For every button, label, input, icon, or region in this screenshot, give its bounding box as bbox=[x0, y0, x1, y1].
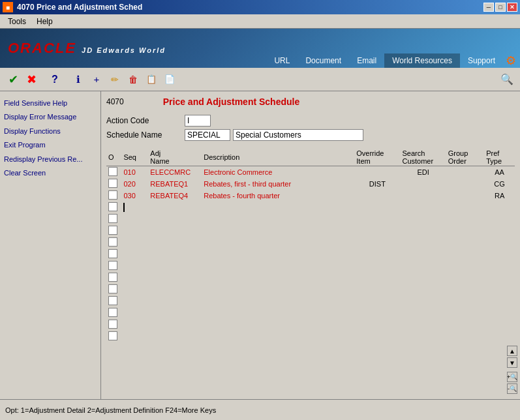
edit-button[interactable]: ✏ bbox=[107, 72, 123, 87]
copy-button[interactable]: 📋 bbox=[144, 72, 159, 87]
schedule-name-label: Schedule Name bbox=[106, 130, 185, 140]
empty-checkbox-11[interactable] bbox=[108, 331, 117, 340]
form-area: 4070 Price and Adjustment Schedule Actio… bbox=[101, 91, 520, 399]
nav-world-resources[interactable]: World Resources bbox=[384, 53, 460, 68]
paste-button[interactable]: 📄 bbox=[162, 72, 177, 87]
table-row: 010 ELECCMRC Electronic Commerce EDI AA bbox=[106, 166, 515, 179]
nav-url[interactable]: URL bbox=[266, 53, 298, 68]
empty-checkbox-8[interactable] bbox=[108, 296, 117, 305]
empty-checkbox-6[interactable] bbox=[108, 273, 117, 282]
form-title: Price and Adjustment Schedule bbox=[163, 97, 300, 107]
override-val: DIST bbox=[354, 178, 400, 190]
sidebar-item-display-error-message[interactable]: Display Error Message bbox=[3, 110, 98, 124]
header-nav: URL Document Email World Resources Suppo… bbox=[266, 53, 520, 68]
main-content: Field Sensitive Help Display Error Messa… bbox=[0, 91, 520, 399]
cancel-button[interactable]: ✖ bbox=[23, 72, 39, 87]
oracle-logo: ORACLE JD Edwards World bbox=[8, 40, 166, 57]
empty-checkbox-3[interactable] bbox=[108, 237, 117, 247]
maximize-button[interactable]: □ bbox=[495, 3, 506, 12]
close-button[interactable]: ✕ bbox=[507, 3, 517, 12]
action-code-input[interactable] bbox=[185, 115, 211, 127]
window-controls: ─ □ ✕ bbox=[483, 3, 517, 12]
schedule-name-code-input[interactable] bbox=[185, 129, 230, 141]
sidebar-item-field-sensitive-help[interactable]: Field Sensitive Help bbox=[3, 97, 98, 110]
group-val bbox=[446, 178, 485, 190]
nav-support[interactable]: Support bbox=[460, 53, 503, 68]
sidebar-item-display-functions[interactable]: Display Functions bbox=[3, 125, 98, 138]
sidebar-item-exit-program[interactable]: Exit Program bbox=[3, 138, 98, 152]
desc-val: Rebates, first - third quarter bbox=[204, 180, 291, 188]
empty-table-row bbox=[106, 225, 515, 237]
table-area: O Seq AdjName Description OverrideItem S… bbox=[106, 149, 515, 342]
col-header-group-order: GroupOrder bbox=[446, 149, 485, 166]
menu-help[interactable]: Help bbox=[31, 16, 58, 27]
scroll-area: ▲ ▼ +🔍 -🔍 bbox=[507, 346, 517, 394]
status-bar: Opt: 1=Adjustment Detail 2=Adjustment De… bbox=[0, 399, 520, 420]
sidebar-item-clear-screen[interactable]: Clear Screen bbox=[3, 166, 98, 180]
empty-table-row bbox=[106, 202, 515, 213]
data-table: O Seq AdjName Description OverrideItem S… bbox=[106, 149, 515, 342]
empty-checkbox-4[interactable] bbox=[108, 249, 117, 258]
empty-table-row bbox=[106, 260, 515, 272]
empty-table-row bbox=[106, 295, 515, 307]
col-header-adj-name: AdjName bbox=[148, 149, 202, 166]
pref-val: RA bbox=[484, 190, 515, 202]
scroll-up-button[interactable]: ▲ bbox=[507, 346, 517, 356]
search-button[interactable]: 🔍 bbox=[499, 72, 515, 87]
menu-bar: Tools Help bbox=[0, 14, 520, 29]
zoom-out-button[interactable]: -🔍 bbox=[507, 383, 517, 394]
confirm-button[interactable]: ✔ bbox=[5, 72, 21, 87]
group-val bbox=[446, 166, 485, 179]
sidebar-item-redisplay-previous[interactable]: Redisplay Previous Re... bbox=[3, 153, 98, 166]
action-code-label: Action Code bbox=[106, 116, 185, 125]
row-checkbox-1[interactable] bbox=[108, 179, 117, 188]
override-val bbox=[354, 190, 400, 202]
add-button[interactable]: + bbox=[89, 72, 104, 87]
seq-val: 010 bbox=[123, 168, 135, 176]
empty-checkbox-2[interactable] bbox=[108, 226, 117, 235]
name-val: ELECCMRC bbox=[150, 168, 191, 176]
col-header-seq: Seq bbox=[121, 149, 148, 166]
table-row: 020 REBATEQ1 Rebates, first - third quar… bbox=[106, 178, 515, 190]
search-val bbox=[400, 190, 446, 202]
delete-button[interactable]: 🗑 bbox=[125, 72, 141, 87]
row-checkbox-0[interactable] bbox=[108, 167, 117, 176]
form-title-row: 4070 Price and Adjustment Schedule bbox=[106, 97, 515, 107]
nav-email[interactable]: Email bbox=[349, 53, 384, 68]
pref-val: AA bbox=[484, 166, 515, 179]
scroll-down-button[interactable]: ▼ bbox=[507, 357, 517, 368]
pref-val: CG bbox=[484, 178, 515, 190]
empty-checkbox-0[interactable] bbox=[108, 202, 117, 211]
empty-table-row bbox=[106, 213, 515, 225]
group-val bbox=[446, 190, 485, 202]
empty-table-row bbox=[106, 307, 515, 319]
nav-document[interactable]: Document bbox=[298, 53, 349, 68]
zoom-in-button[interactable]: +🔍 bbox=[507, 372, 517, 382]
help-button[interactable]: ? bbox=[47, 72, 63, 87]
table-row: 030 REBATEQ4 Rebates - fourth quarter RA bbox=[106, 190, 515, 202]
empty-table-row bbox=[106, 237, 515, 248]
empty-table-row bbox=[106, 331, 515, 342]
empty-checkbox-10[interactable] bbox=[108, 320, 117, 329]
empty-checkbox-5[interactable] bbox=[108, 261, 117, 270]
jde-world-text: JD Edwards World bbox=[82, 46, 166, 54]
seq-val: 030 bbox=[123, 192, 135, 200]
empty-checkbox-1[interactable] bbox=[108, 214, 117, 223]
name-val: REBATEQ1 bbox=[150, 180, 188, 188]
app-icon: ■ bbox=[3, 2, 13, 12]
form-number: 4070 bbox=[106, 97, 124, 106]
desc-val: Rebates - fourth quarter bbox=[204, 192, 280, 200]
info-button[interactable]: ℹ bbox=[70, 72, 86, 87]
override-val bbox=[354, 166, 400, 179]
empty-table-row bbox=[106, 248, 515, 260]
oracle-badge-icon: ⚙ bbox=[506, 53, 520, 68]
empty-checkbox-7[interactable] bbox=[108, 284, 117, 293]
col-header-search-customer: SearchCustomer bbox=[400, 149, 446, 166]
menu-tools[interactable]: Tools bbox=[3, 16, 31, 27]
schedule-name-desc-input[interactable] bbox=[233, 129, 363, 141]
minimize-button[interactable]: ─ bbox=[483, 3, 494, 12]
empty-checkbox-9[interactable] bbox=[108, 308, 117, 317]
empty-table-row bbox=[106, 272, 515, 284]
row-checkbox-2[interactable] bbox=[108, 190, 117, 200]
empty-table-row bbox=[106, 284, 515, 295]
